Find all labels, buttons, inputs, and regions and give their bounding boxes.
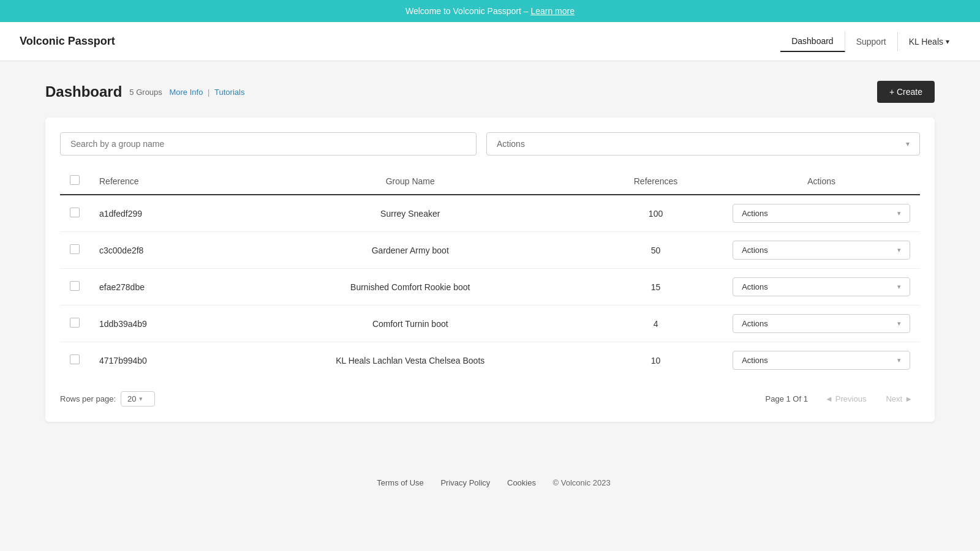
separator2: | — [208, 88, 212, 97]
row-actions-chevron-0: ▾ — [897, 209, 901, 217]
row-references-4: 10 — [589, 342, 723, 379]
row-group-name-3: Comfort Turnin boot — [232, 305, 589, 342]
row-checkbox-cell — [60, 342, 89, 379]
row-actions-cell-0: Actions ▾ — [723, 195, 920, 232]
row-group-name-1: Gardener Army boot — [232, 232, 589, 269]
nav-user[interactable]: KL Heals ▾ — [898, 32, 960, 51]
table-row: 1ddb39a4b9 Comfort Turnin boot 4 Actions… — [60, 305, 920, 342]
actions-dropdown-label: Actions — [497, 139, 525, 149]
row-checkbox-cell — [60, 232, 89, 269]
row-checkbox-4[interactable] — [70, 354, 80, 364]
nav-user-chevron: ▾ — [946, 37, 949, 46]
next-button[interactable]: Next ► — [878, 391, 920, 407]
table-body: a1dfedf299 Surrey Sneaker 100 Actions ▾ … — [60, 195, 920, 378]
page-info: Page 1 Of 1 — [766, 394, 808, 403]
previous-button[interactable]: ◄ Previous — [818, 391, 873, 407]
row-actions-label-0: Actions — [742, 209, 768, 218]
row-actions-label-2: Actions — [742, 282, 768, 291]
create-button[interactable]: + Create — [877, 81, 935, 103]
prev-chevron: ◄ — [825, 394, 833, 403]
row-actions-btn-0[interactable]: Actions ▾ — [733, 204, 910, 223]
tutorials-link[interactable]: Tutorials — [214, 88, 244, 97]
row-reference-2: efae278dbe — [89, 269, 232, 305]
header-logo: Volconic Passport — [20, 35, 115, 48]
row-checkbox-cell — [60, 195, 89, 232]
footer-cookies[interactable]: Cookies — [507, 478, 536, 487]
header: Volconic Passport Dashboard Support KL H… — [0, 22, 980, 61]
row-actions-chevron-1: ▾ — [897, 246, 901, 254]
row-actions-chevron-3: ▾ — [897, 320, 901, 328]
table-row: a1dfedf299 Surrey Sneaker 100 Actions ▾ — [60, 195, 920, 232]
row-references-2: 15 — [589, 269, 723, 305]
filters-row: Actions ▾ — [60, 132, 920, 156]
rows-per-page-select[interactable]: 20 ▾ — [121, 391, 155, 407]
dashboard-header: Dashboard 5 Groups More Info | Tutorials… — [45, 81, 935, 103]
table-row: efae278dbe Burnished Comfort Rookie boot… — [60, 269, 920, 305]
row-reference-0: a1dfedf299 — [89, 195, 232, 232]
header-nav: Dashboard Support KL Heals ▾ — [780, 31, 960, 52]
nav-user-label: KL Heals — [909, 37, 943, 47]
row-actions-label-3: Actions — [742, 319, 768, 328]
col-header-references: References — [589, 168, 723, 195]
groups-count: 5 Groups — [129, 88, 162, 97]
footer-privacy[interactable]: Privacy Policy — [440, 478, 490, 487]
row-actions-chevron-2: ▾ — [897, 283, 901, 291]
footer-copyright: © Volconic 2023 — [553, 478, 611, 487]
row-checkbox-2[interactable] — [70, 281, 80, 291]
footer: Terms of Use Privacy Policy Cookies © Vo… — [0, 461, 980, 504]
footer-terms[interactable]: Terms of Use — [377, 478, 424, 487]
row-actions-label-1: Actions — [742, 246, 768, 255]
row-actions-cell-3: Actions ▾ — [723, 305, 920, 342]
row-checkbox-cell — [60, 305, 89, 342]
row-actions-btn-4[interactable]: Actions ▾ — [733, 351, 910, 370]
banner-link[interactable]: Learn more — [530, 6, 575, 16]
col-header-reference: Reference — [89, 168, 232, 195]
row-checkbox-0[interactable] — [70, 208, 80, 217]
pagination-controls: Page 1 Of 1 ◄ Previous Next ► — [766, 391, 920, 407]
row-group-name-2: Burnished Comfort Rookie boot — [232, 269, 589, 305]
header-checkbox[interactable] — [70, 175, 80, 185]
col-header-actions: Actions — [723, 168, 920, 195]
main-content: Dashboard 5 Groups More Info | Tutorials… — [31, 61, 949, 441]
col-header-group-name: Group Name — [232, 168, 589, 195]
data-table: Reference Group Name References Actions … — [60, 168, 920, 378]
dashboard-meta: 5 Groups More Info | Tutorials — [129, 88, 244, 97]
row-checkbox-cell — [60, 269, 89, 305]
search-input[interactable] — [60, 132, 477, 156]
row-actions-cell-4: Actions ▾ — [723, 342, 920, 379]
more-info-link[interactable]: More Info — [169, 88, 203, 97]
main-card: Actions ▾ Reference Group Name Reference… — [45, 118, 935, 422]
row-reference-1: c3c00de2f8 — [89, 232, 232, 269]
row-references-3: 4 — [589, 305, 723, 342]
row-group-name-0: Surrey Sneaker — [232, 195, 589, 232]
row-actions-btn-1[interactable]: Actions ▾ — [733, 241, 910, 260]
page-title: Dashboard — [45, 83, 122, 100]
row-actions-label-4: Actions — [742, 356, 768, 365]
row-references-0: 100 — [589, 195, 723, 232]
rows-per-page: Rows per page: 20 ▾ — [60, 391, 155, 407]
actions-dropdown[interactable]: Actions ▾ — [486, 132, 920, 156]
row-actions-btn-3[interactable]: Actions ▾ — [733, 314, 910, 333]
table-head: Reference Group Name References Actions — [60, 168, 920, 195]
row-checkbox-3[interactable] — [70, 318, 80, 328]
table-row: 4717b994b0 KL Heals Lachlan Vesta Chelse… — [60, 342, 920, 379]
row-reference-3: 1ddb39a4b9 — [89, 305, 232, 342]
row-reference-4: 4717b994b0 — [89, 342, 232, 379]
table-header-row: Reference Group Name References Actions — [60, 168, 920, 195]
rows-per-page-chevron: ▾ — [139, 395, 143, 403]
nav-item-support[interactable]: Support — [845, 32, 898, 51]
row-group-name-4: KL Heals Lachlan Vesta Chelsea Boots — [232, 342, 589, 379]
rows-per-page-value: 20 — [127, 394, 136, 403]
row-actions-btn-2[interactable]: Actions ▾ — [733, 277, 910, 296]
banner-text: Welcome to Volconic Passport – — [405, 6, 530, 16]
rows-per-page-label: Rows per page: — [60, 394, 116, 403]
col-header-checkbox — [60, 168, 89, 195]
top-banner: Welcome to Volconic Passport – Learn mor… — [0, 0, 980, 22]
row-actions-cell-2: Actions ▾ — [723, 269, 920, 305]
nav-item-dashboard[interactable]: Dashboard — [780, 31, 845, 52]
row-checkbox-1[interactable] — [70, 244, 80, 254]
row-actions-cell-1: Actions ▾ — [723, 232, 920, 269]
row-actions-chevron-4: ▾ — [897, 356, 901, 364]
prev-label: Previous — [835, 394, 867, 403]
pagination-row: Rows per page: 20 ▾ Page 1 Of 1 ◄ Previo… — [60, 391, 920, 407]
